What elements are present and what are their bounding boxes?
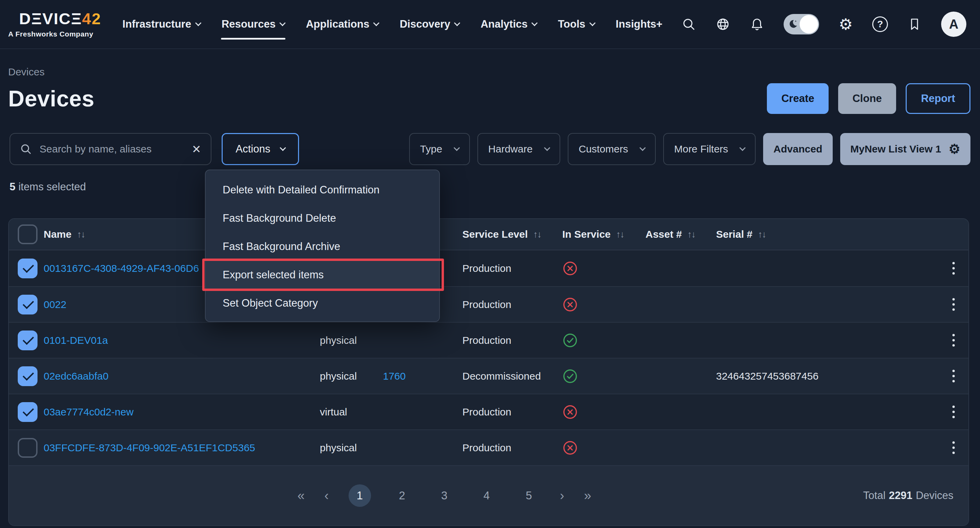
menu-item[interactable]: Delete with Detailed Confirmation [205, 175, 439, 204]
device-ports-link[interactable]: 1760 [383, 370, 462, 382]
menu-item[interactable]: Fast Background Archive [205, 232, 439, 261]
table-row[interactable]: 0013167C-4308-4929-AF43-06D6 Production [9, 250, 969, 286]
x-circle-icon [562, 261, 578, 276]
table-row[interactable]: 03ae7774c0d2-new virtual Production [9, 394, 969, 429]
row-checkbox[interactable] [18, 295, 38, 314]
device-type: physical [320, 370, 383, 382]
column-header-in-service[interactable]: In Service ↑↓ [562, 228, 646, 240]
previous-page-button[interactable]: ‹ [324, 488, 329, 503]
in-service-status-icon [562, 368, 646, 384]
sort-icon[interactable]: ↑↓ [533, 229, 541, 240]
search-box[interactable]: ✕ [10, 133, 212, 165]
device-type: physical [320, 442, 383, 454]
list-toolbar: ✕ Actions Type Hardware Customers More F… [10, 133, 970, 165]
logo-accent-text: 42 [82, 10, 101, 28]
nav-item[interactable]: Resources [222, 0, 285, 48]
nav-item[interactable]: Applications [306, 0, 379, 48]
sort-icon[interactable]: ↑↓ [616, 229, 624, 240]
x-circle-icon [562, 404, 578, 420]
bookmark-icon[interactable] [907, 17, 922, 32]
serial-number: 324643257453687456 [716, 370, 907, 382]
first-page-button[interactable]: « [298, 488, 304, 503]
service-level: Production [462, 442, 562, 454]
menu-item[interactable]: Export selected items [205, 261, 439, 289]
filter-dropdown[interactable]: More Filters [663, 133, 756, 165]
page-number-button[interactable]: 2 [391, 484, 413, 507]
nav-item[interactable]: Tools [558, 0, 594, 48]
theme-toggle[interactable] [784, 14, 819, 34]
user-avatar[interactable]: A [941, 11, 966, 37]
chevron-down-icon [531, 20, 538, 26]
table-row[interactable]: 0022 Production [9, 286, 969, 322]
globe-icon[interactable] [715, 17, 730, 32]
page-number-button[interactable]: 1 [348, 484, 371, 507]
search-input[interactable] [40, 143, 184, 155]
row-checkbox[interactable] [18, 366, 38, 386]
sort-icon[interactable]: ↑↓ [758, 229, 766, 240]
service-level: Production [462, 299, 562, 310]
device-name-link[interactable]: 03ae7774c0d2-new [44, 406, 320, 418]
clear-search-icon[interactable]: ✕ [192, 143, 201, 156]
nav-item[interactable]: Discovery [399, 0, 459, 48]
table-row[interactable]: 03FFCDFE-873D-4F09-902E-A51EF1CD5365 phy… [9, 429, 969, 465]
check-circle-icon [562, 333, 578, 348]
menu-item[interactable]: Set Object Category [205, 289, 439, 317]
help-icon[interactable]: ? [872, 16, 888, 32]
report-button[interactable]: Report [906, 83, 970, 114]
chevron-down-icon [454, 20, 460, 26]
filter-dropdown[interactable]: Hardware [477, 133, 560, 165]
row-checkbox[interactable] [18, 438, 38, 458]
page-number-button[interactable]: 5 [518, 484, 540, 507]
row-checkbox[interactable] [18, 258, 38, 278]
sort-icon[interactable]: ↑↓ [77, 229, 85, 240]
breadcrumb[interactable]: Devices [8, 66, 970, 78]
page-number-button[interactable]: 4 [475, 484, 498, 507]
column-header-service-level[interactable]: Service Level ↑↓ [462, 228, 562, 240]
page-title: Devices [8, 86, 94, 112]
column-header-asset[interactable]: Asset # ↑↓ [646, 228, 716, 240]
row-checkbox[interactable] [18, 402, 38, 422]
advanced-filter-button[interactable]: Advanced [763, 133, 832, 165]
nav-item[interactable]: Analytics [480, 0, 537, 48]
in-service-status-icon [562, 404, 646, 420]
table-body: 0013167C-4308-4929-AF43-06D6 Production … [9, 250, 969, 465]
settings-gear-icon[interactable]: ⚙ [838, 17, 853, 32]
actions-dropdown-button[interactable]: Actions [222, 133, 299, 165]
create-button[interactable]: Create [767, 83, 829, 114]
filter-dropdown[interactable]: Type [409, 133, 470, 165]
nav-item[interactable]: Infrastructure [123, 0, 200, 48]
moon-icon [786, 18, 799, 31]
total-number: 2291 [889, 490, 913, 502]
search-icon[interactable] [681, 17, 696, 32]
next-page-button[interactable]: › [560, 488, 564, 503]
row-checkbox[interactable] [18, 330, 38, 350]
page-number-button[interactable]: 3 [433, 484, 455, 507]
in-service-status-icon [562, 297, 646, 313]
filter-dropdown[interactable]: Customers [568, 133, 656, 165]
row-actions-kebab-menu[interactable] [952, 334, 969, 346]
clone-button[interactable]: Clone [838, 83, 896, 114]
nav-item[interactable]: Insights+ [616, 0, 663, 48]
device-name-link[interactable]: 02edc6aabfa0 [44, 370, 320, 382]
view-settings-gear-icon[interactable]: ⚙ [949, 143, 960, 156]
last-page-button[interactable]: » [584, 488, 591, 503]
page-actions: Create Clone Report [767, 83, 970, 114]
column-header-serial[interactable]: Serial # ↑↓ [716, 228, 907, 240]
device42-logo[interactable]: DΞVICΞ42 A Freshworks Company [8, 11, 101, 38]
row-actions-kebab-menu[interactable] [952, 298, 969, 311]
list-view-button[interactable]: MyNew List View 1 ⚙ [840, 133, 970, 165]
device-name-link[interactable]: 03FFCDFE-873D-4F09-902E-A51EF1CD5365 [44, 442, 320, 454]
notifications-bell-icon[interactable] [749, 17, 765, 32]
table-row[interactable]: 0101-DEV01a physical Production [9, 322, 969, 358]
device-name-link[interactable]: 0101-DEV01a [44, 335, 320, 346]
chevron-down-icon [373, 20, 379, 26]
row-actions-kebab-menu[interactable] [952, 370, 969, 382]
menu-item[interactable]: Fast Background Delete [205, 204, 439, 232]
row-actions-kebab-menu[interactable] [952, 262, 969, 274]
selected-count: 5 [10, 181, 15, 193]
select-all-checkbox[interactable] [18, 225, 38, 244]
row-actions-kebab-menu[interactable] [952, 441, 969, 454]
sort-icon[interactable]: ↑↓ [687, 229, 695, 240]
table-row[interactable]: 02edc6aabfa0 physical 1760 Decommissione… [9, 358, 969, 394]
row-actions-kebab-menu[interactable] [952, 405, 969, 418]
